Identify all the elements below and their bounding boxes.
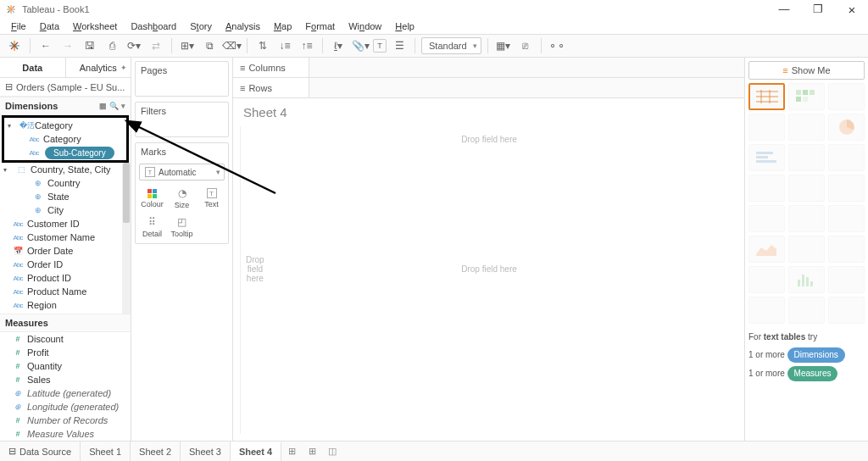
viz-packed-bubble[interactable]: [828, 297, 865, 324]
viz-line-cont[interactable]: [748, 205, 785, 232]
menu-story[interactable]: Story: [184, 21, 218, 31]
clear-button[interactable]: ⌫▾: [222, 36, 241, 55]
viz-area-cont[interactable]: [748, 236, 785, 263]
viz-dual-combo[interactable]: [828, 236, 865, 263]
mark-detail[interactable]: ⠿Detail: [137, 213, 167, 242]
viz-side-circle[interactable]: [828, 175, 865, 202]
show-labels-button[interactable]: ☰: [390, 36, 409, 55]
viz-text-table[interactable]: [748, 83, 785, 110]
viz-hbar[interactable]: [748, 144, 785, 171]
menu-analysis[interactable]: Analysis: [220, 21, 266, 31]
viz-line-disc[interactable]: [788, 205, 825, 232]
field-product-id[interactable]: AbcProduct ID: [0, 271, 131, 285]
menu-dashboard[interactable]: Dashboard: [125, 21, 182, 31]
field-geo-group[interactable]: ▾⬚Country, State, City: [0, 163, 131, 176]
redo-button[interactable]: →: [58, 36, 77, 55]
tableau-icon[interactable]: [5, 36, 24, 55]
field-discount[interactable]: #Discount: [0, 332, 131, 346]
viz-scatter[interactable]: [748, 266, 785, 293]
viz-histogram[interactable]: [788, 266, 825, 293]
pages-shelf[interactable]: Pages: [135, 61, 229, 97]
menu-data[interactable]: Data: [34, 21, 65, 31]
field-order-id[interactable]: AbcOrder ID: [0, 258, 131, 271]
viz-highlight-table[interactable]: [828, 83, 865, 110]
viz-heatmap[interactable]: [788, 83, 825, 110]
field-order-date[interactable]: 📅Order Date: [0, 244, 131, 258]
field-row-id[interactable]: #Row ID: [0, 312, 131, 314]
new-datasource-button[interactable]: ⎙: [103, 36, 121, 55]
undo-button[interactable]: ←: [36, 36, 55, 55]
viz-bullet[interactable]: [788, 297, 825, 324]
tab-datasource[interactable]: ⊟Data Source: [0, 442, 81, 461]
viz-boxplot[interactable]: [828, 266, 865, 293]
mark-text[interactable]: TText: [197, 184, 226, 213]
view-area[interactable]: Drop field here Drop field here Drop fie…: [240, 126, 737, 434]
cards-button[interactable]: ▦▾: [494, 36, 513, 55]
viz-area-disc[interactable]: [788, 236, 825, 263]
highlight-button[interactable]: ℓ▾: [329, 36, 348, 55]
duplicate-button[interactable]: ⧉: [200, 36, 219, 55]
menu-format[interactable]: Format: [299, 21, 341, 31]
tab-analytics[interactable]: Analytics✦: [66, 58, 131, 78]
field-region[interactable]: AbcRegion: [0, 298, 131, 312]
refresh-button[interactable]: ⟳▾: [125, 36, 143, 55]
sheet-title[interactable]: Sheet 4: [233, 98, 744, 126]
search-icon[interactable]: 🔍: [109, 102, 119, 110]
menu-map[interactable]: Map: [268, 21, 298, 31]
menu-window[interactable]: Window: [342, 21, 387, 31]
text-button[interactable]: T: [373, 39, 387, 53]
menu-file[interactable]: File: [5, 21, 32, 31]
new-story-button[interactable]: ◫: [322, 446, 342, 457]
view-icon[interactable]: ▦: [99, 102, 107, 110]
mark-tooltip[interactable]: ◰Tooltip: [167, 213, 197, 242]
presentation-button[interactable]: ⎚: [516, 36, 535, 55]
mark-colour[interactable]: Colour: [137, 184, 167, 213]
save-button[interactable]: 🖫: [81, 36, 99, 55]
viz-treemap[interactable]: [748, 175, 785, 202]
new-sheet-button[interactable]: ⊞: [281, 446, 302, 457]
columns-shelf[interactable]: ≡Columns: [233, 58, 744, 78]
fit-dropdown[interactable]: Standard: [421, 37, 481, 54]
field-subcategory[interactable]: AbcSub-Category: [4, 146, 126, 159]
showme-toggle[interactable]: ≡Show Me: [748, 61, 865, 80]
viz-filled-map[interactable]: [788, 114, 825, 141]
viz-dual-line[interactable]: [828, 205, 865, 232]
rows-shelf[interactable]: ≡Rows: [233, 78, 744, 98]
field-customer-name[interactable]: AbcCustomer Name: [0, 230, 131, 244]
viz-side-bar[interactable]: [828, 144, 865, 171]
close-button[interactable]: ×: [841, 3, 863, 17]
field-sales[interactable]: #Sales: [0, 373, 131, 386]
viz-gantt[interactable]: [748, 297, 785, 324]
field-category[interactable]: AbcCategory: [4, 132, 126, 146]
viz-pie[interactable]: [828, 114, 865, 141]
datasource-item[interactable]: ⊟ Orders (Sample - EU Su...: [0, 78, 131, 97]
maximize-button[interactable]: ❐: [807, 3, 829, 17]
tab-sheet-4[interactable]: Sheet 4: [231, 442, 281, 461]
menu-worksheet[interactable]: Worksheet: [67, 21, 123, 31]
sort-desc-button[interactable]: ↑≡: [298, 36, 316, 55]
field-category-group[interactable]: ▾�活Category: [4, 119, 126, 132]
tab-data[interactable]: Data: [0, 58, 66, 78]
field-country[interactable]: ⊕Country: [0, 176, 131, 190]
group-button[interactable]: 📎▾: [351, 36, 370, 55]
field-measure-values[interactable]: #Measure Values: [0, 427, 131, 441]
menu-help[interactable]: Help: [389, 21, 420, 31]
share-button[interactable]: ⚬⚬: [548, 36, 566, 55]
viz-symbol-map[interactable]: [748, 114, 785, 141]
mark-size[interactable]: ◔Size: [167, 184, 197, 213]
field-city[interactable]: ⊕City: [0, 203, 131, 217]
menu-icon[interactable]: ▾: [121, 102, 125, 110]
tab-sheet-2[interactable]: Sheet 2: [131, 442, 181, 461]
field-customer-id[interactable]: AbcCustomer ID: [0, 217, 131, 230]
field-state[interactable]: ⊕State: [0, 190, 131, 203]
field-quantity[interactable]: #Quantity: [0, 359, 131, 373]
field-longitude[interactable]: ⊕Longitude (generated): [0, 400, 131, 414]
tab-sheet-1[interactable]: Sheet 1: [81, 442, 131, 461]
filters-shelf[interactable]: Filters: [135, 102, 229, 137]
field-product-name[interactable]: AbcProduct Name: [0, 285, 131, 298]
pause-button[interactable]: ⇄: [147, 36, 165, 55]
marks-type-dropdown[interactable]: Automatic: [139, 164, 225, 181]
minimize-button[interactable]: —: [773, 3, 795, 17]
new-dashboard-button[interactable]: ⊞: [302, 446, 322, 457]
field-num-records[interactable]: #Number of Records: [0, 414, 131, 427]
